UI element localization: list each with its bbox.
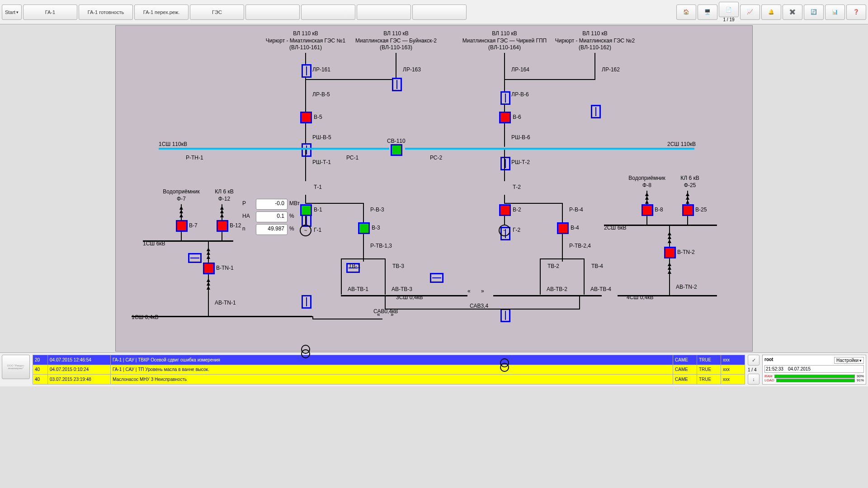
refresh-icon[interactable]: 🔄 bbox=[804, 5, 824, 20]
breaker-v25[interactable] bbox=[682, 204, 694, 216]
label-tv4: ТВ-4 bbox=[591, 263, 603, 269]
status-panel: root Настройки 21:52:33 04.07.2015 RAM 9… bbox=[762, 355, 866, 385]
label-v3: В-3 bbox=[372, 225, 380, 231]
label-2sh110: 2СШ 110кВ bbox=[667, 141, 696, 147]
status-user: root bbox=[764, 357, 773, 364]
breaker-vtn1[interactable] bbox=[203, 263, 215, 274]
disc-rtn1[interactable] bbox=[188, 253, 202, 263]
nav-button-4[interactable] bbox=[245, 5, 300, 20]
label-avtn2: АВ-ТN-2 bbox=[676, 284, 697, 290]
header-vl1: ВЛ 110 кВЧирюрт - Миатлинская ГЭС №1(ВЛ-… bbox=[260, 30, 351, 52]
nav-button-5[interactable] bbox=[301, 5, 355, 20]
disc-lrv6[interactable] bbox=[500, 157, 510, 170]
generator-g2[interactable] bbox=[499, 225, 510, 236]
feeder-kl25: КЛ 6 кВФ-25 bbox=[674, 175, 706, 189]
label-tv1: ТВ-1 bbox=[349, 263, 360, 269]
breaker-v1[interactable] bbox=[300, 204, 312, 216]
meas-n-value: 49.987 bbox=[256, 224, 288, 235]
label-lrv6: ЛР-В-6 bbox=[511, 91, 529, 98]
disc-rc2[interactable] bbox=[430, 273, 443, 283]
label-avtv2: АВ-ТВ-2 bbox=[547, 286, 567, 292]
feeder-vodo8: ВодоприёмникФ-8 bbox=[627, 175, 667, 189]
label-rshv6: РШ-В-6 bbox=[511, 134, 530, 141]
arrows-icon: » bbox=[481, 288, 484, 294]
load-label: LOAD bbox=[764, 378, 774, 382]
arrows-icon: ▲▲▲ bbox=[205, 247, 212, 258]
nav-button-3[interactable]: ГЭС bbox=[190, 5, 244, 20]
disc-lr164[interactable] bbox=[500, 91, 510, 105]
breaker-v6[interactable] bbox=[499, 112, 511, 123]
arrows-icon: ▲▲▲ bbox=[666, 262, 673, 273]
alarm-icon[interactable]: 🔔 bbox=[761, 5, 781, 20]
arrows-icon: ▲▲▲ bbox=[205, 278, 212, 289]
help-icon[interactable]: ❓ bbox=[846, 5, 866, 20]
transformer-t1[interactable] bbox=[301, 345, 310, 358]
settings-dropdown[interactable]: Настройки bbox=[834, 357, 864, 364]
next-icon[interactable]: ↓ bbox=[748, 374, 760, 385]
start-button[interactable]: Start bbox=[2, 5, 22, 20]
nav-button-1[interactable]: ГА-1 готовность bbox=[79, 5, 133, 20]
disc-lr163[interactable] bbox=[392, 78, 402, 91]
ack-icon[interactable]: ✓ bbox=[748, 355, 760, 366]
label-lr163: ЛР-163 bbox=[403, 66, 421, 73]
disc-lr162[interactable] bbox=[591, 105, 601, 118]
alarm-page: 1 / 4 bbox=[748, 367, 760, 372]
page-nav-icon[interactable]: 📄 bbox=[719, 2, 739, 17]
label-1sh04: 1СШ 0,4кВ bbox=[132, 314, 159, 320]
monitor-icon[interactable]: 🖥️ bbox=[698, 5, 717, 20]
breaker-v8[interactable] bbox=[642, 204, 653, 216]
label-vtn2: В-ТN-2 bbox=[677, 249, 695, 255]
breaker-v12[interactable] bbox=[217, 220, 228, 232]
label-rv4: Р-В-4 bbox=[569, 206, 583, 213]
label-lrv5: ЛР-В-5 bbox=[312, 91, 330, 98]
label-v1: В-1 bbox=[314, 206, 322, 213]
meas-ha-value: 0.1 bbox=[256, 211, 288, 222]
generator-g1[interactable] bbox=[300, 225, 311, 236]
transformer-t2[interactable] bbox=[500, 358, 509, 372]
breaker-v5[interactable] bbox=[300, 112, 312, 123]
disc-lrv5[interactable] bbox=[302, 143, 311, 157]
header-vl3: ВЛ 110 кВМиатлинская ГЭС — Чиркей ГПП(ВЛ… bbox=[459, 30, 550, 52]
disc-lr161[interactable] bbox=[302, 64, 311, 78]
label-avtv1: АВ-ТВ-1 bbox=[348, 286, 368, 292]
disc-rsht2[interactable] bbox=[500, 309, 510, 322]
chart-icon[interactable]: 📈 bbox=[740, 5, 760, 20]
label-rtv13: Р-ТВ-1,3 bbox=[370, 243, 392, 249]
label-rc2: РС-2 bbox=[430, 155, 442, 161]
arrows-icon: « bbox=[467, 288, 471, 294]
report-icon[interactable]: 📊 bbox=[825, 5, 845, 20]
label-v25: В-25 bbox=[695, 206, 707, 213]
meas-n-label: n bbox=[242, 225, 245, 232]
nav-button-2[interactable]: ГА-1 перех.реж. bbox=[134, 5, 189, 20]
arrows-icon: » bbox=[391, 311, 394, 318]
nav-button-7[interactable] bbox=[412, 5, 467, 20]
nav-button-6[interactable] bbox=[357, 5, 411, 20]
ram-pct: 90% bbox=[857, 374, 864, 378]
breaker-vtn2[interactable] bbox=[664, 247, 676, 258]
alarm-row[interactable]: 2004.07.2015 12:46:54ГА-1 | САУ | ТВКР О… bbox=[33, 355, 745, 365]
breaker-v2[interactable] bbox=[499, 204, 511, 216]
label-v2: В-2 bbox=[513, 206, 521, 213]
home-icon[interactable]: 🏠 bbox=[676, 5, 696, 20]
company-logo: ООО "Ракурс-инжиниринг" bbox=[2, 355, 30, 379]
label-tv3: ТВ-3 bbox=[392, 263, 404, 269]
arrows-icon: « bbox=[377, 311, 380, 318]
toolbar: Start ГА-1 ГА-1 готовность ГА-1 перех.ре… bbox=[0, 0, 868, 24]
breaker-v7[interactable] bbox=[176, 220, 188, 232]
label-v12: В-12 bbox=[230, 222, 241, 229]
breaker-v4[interactable] bbox=[557, 222, 569, 234]
disc-rsht1[interactable] bbox=[302, 295, 311, 309]
label-lr161: ЛР-161 bbox=[312, 66, 330, 73]
breaker-v3[interactable] bbox=[358, 222, 370, 234]
breaker-sv110[interactable] bbox=[391, 144, 402, 156]
alarm-row[interactable]: 4004.07.2015 0:10:24ГА-1 | САУ | ТП Уров… bbox=[33, 365, 745, 375]
label-v4: В-4 bbox=[571, 225, 579, 231]
nav-button-0[interactable]: ГА-1 bbox=[23, 5, 77, 20]
label-1sh110: 1СШ 110кВ bbox=[159, 141, 187, 147]
label-tv2: ТВ-2 bbox=[547, 263, 559, 269]
header-vl2: ВЛ 110 кВМиатлинская ГЭС — Буйнакск-2(ВЛ… bbox=[351, 30, 441, 52]
alarm-row[interactable]: 4003.07.2015 23:19:48Маслонасос МНУ 3 Не… bbox=[33, 375, 745, 385]
label-rtv24: Р-ТВ-2,4 bbox=[569, 243, 591, 249]
ram-label: RAM bbox=[764, 374, 773, 378]
close-icon[interactable]: ✖️ bbox=[783, 5, 802, 20]
